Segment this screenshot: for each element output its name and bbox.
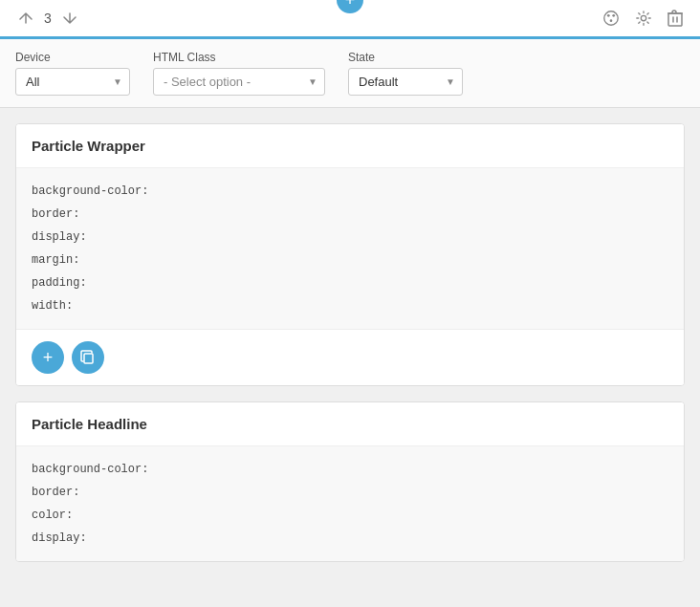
css-prop-hl-border: border: — [32, 481, 668, 504]
particle-wrapper-title: Particle Wrapper — [16, 124, 684, 167]
svg-point-0 — [604, 11, 618, 25]
wrapper-add-button[interactable]: + — [32, 341, 64, 374]
particle-wrapper-body: background-color: border: display: margi… — [16, 167, 684, 329]
particle-headline-card: Particle Headline background-color: bord… — [15, 401, 685, 562]
html-class-select-wrapper: - Select option - ▼ — [153, 68, 325, 96]
css-prop-width: width: — [32, 294, 668, 317]
top-bar-right — [601, 8, 685, 29]
toolbar-row: Device All Desktop Tablet Mobile ▼ HTML … — [0, 39, 700, 108]
svg-point-3 — [610, 19, 613, 22]
device-group: Device All Desktop Tablet Mobile ▼ — [15, 51, 130, 96]
device-label: Device — [15, 51, 130, 64]
state-select[interactable]: Default Hover Active Focus — [348, 68, 463, 96]
css-prop-bg-color: background-color: — [32, 180, 668, 203]
css-prop-padding: padding: — [32, 271, 668, 294]
particle-headline-title: Particle Headline — [16, 402, 684, 445]
up-arrow-button[interactable] — [15, 10, 36, 27]
add-center-button[interactable]: + — [337, 0, 363, 13]
css-prop-hl-display: display: — [32, 527, 668, 550]
top-bar-left: 3 — [15, 10, 80, 27]
html-class-group: HTML Class - Select option - ▼ — [153, 51, 325, 96]
css-prop-hl-bg-color: background-color: — [32, 458, 668, 481]
device-select-wrapper: All Desktop Tablet Mobile ▼ — [15, 68, 130, 96]
html-class-label: HTML Class — [153, 51, 325, 64]
svg-rect-6 — [84, 354, 93, 363]
device-select[interactable]: All Desktop Tablet Mobile — [15, 68, 130, 96]
css-prop-hl-color: color: — [32, 504, 668, 527]
down-arrow-button[interactable] — [59, 10, 80, 27]
wrapper-copy-button[interactable] — [72, 341, 104, 374]
svg-point-1 — [607, 14, 610, 17]
css-prop-display: display: — [32, 226, 668, 249]
trash-button[interactable] — [666, 8, 685, 29]
step-number: 3 — [44, 11, 52, 26]
svg-point-2 — [612, 14, 615, 17]
state-select-wrapper: Default Hover Active Focus ▼ — [348, 68, 463, 96]
gear-button[interactable] — [633, 8, 654, 29]
palette-button[interactable] — [601, 8, 622, 29]
css-prop-border: border: — [32, 203, 668, 226]
html-class-select[interactable]: - Select option - — [153, 68, 325, 96]
svg-point-4 — [641, 15, 645, 20]
particle-headline-body: background-color: border: color: display… — [16, 445, 684, 561]
css-prop-margin: margin: — [32, 249, 668, 271]
add-center-container: + — [337, 0, 363, 13]
main-content: Particle Wrapper background-color: borde… — [0, 108, 700, 607]
svg-rect-5 — [668, 13, 682, 26]
particle-wrapper-card: Particle Wrapper background-color: borde… — [15, 123, 685, 386]
top-bar: 3 + — [0, 0, 700, 39]
state-label: State — [348, 51, 463, 64]
particle-wrapper-actions: + — [16, 329, 684, 385]
state-group: State Default Hover Active Focus ▼ — [348, 51, 463, 96]
